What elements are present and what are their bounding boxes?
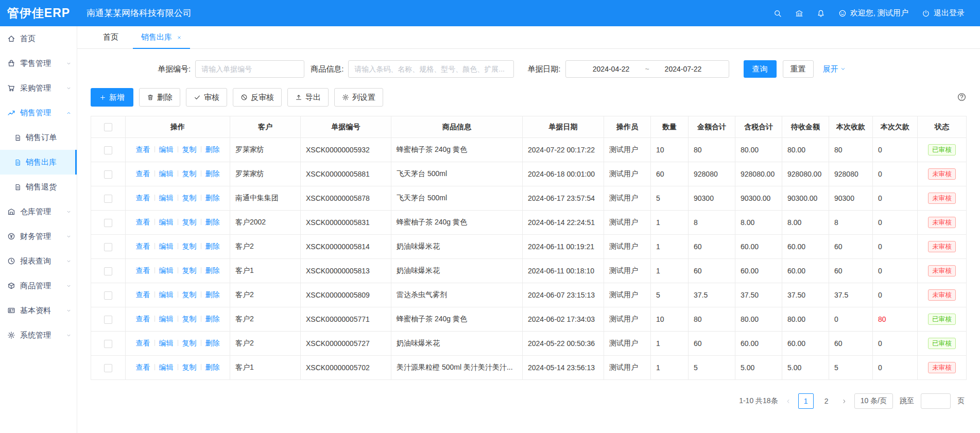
- delete-button[interactable]: 删除: [139, 88, 180, 107]
- row-action-delete[interactable]: 删除: [205, 169, 220, 178]
- row-checkbox[interactable]: [104, 243, 112, 251]
- column-settings-button[interactable]: 列设置: [334, 88, 383, 107]
- doc-no-input[interactable]: [195, 60, 304, 78]
- row-action-copy[interactable]: 复制: [182, 266, 197, 274]
- row-checkbox[interactable]: [104, 364, 112, 372]
- row-action-delete[interactable]: 删除: [205, 218, 220, 226]
- row-action-copy[interactable]: 复制: [182, 339, 197, 347]
- approve-button[interactable]: 审核: [186, 88, 227, 107]
- cell-receivable: 90300.00: [782, 186, 829, 211]
- cell-operator: 测试用户: [604, 307, 651, 332]
- sidebar-item-label: 系统管理: [20, 331, 51, 340]
- row-action-view[interactable]: 查看: [136, 218, 150, 226]
- row-checkbox[interactable]: [104, 267, 112, 275]
- sidebar-item-sales-mgmt[interactable]: 销售管理: [0, 100, 77, 125]
- row-action-edit[interactable]: 编辑: [159, 315, 174, 323]
- query-button[interactable]: 查询: [744, 60, 777, 78]
- row-checkbox[interactable]: [104, 316, 112, 324]
- row-action-view[interactable]: 查看: [136, 363, 150, 371]
- expand-link[interactable]: 展开: [823, 64, 846, 74]
- sidebar-item-system-mgmt[interactable]: 系统管理: [0, 323, 77, 348]
- row-action-delete[interactable]: 删除: [205, 363, 220, 371]
- row-action-view[interactable]: 查看: [136, 266, 150, 274]
- tab-home[interactable]: 首页: [95, 26, 127, 49]
- sidebar-item-retail-mgmt[interactable]: 零售管理: [0, 51, 77, 76]
- jump-input[interactable]: [921, 393, 951, 409]
- row-action-copy[interactable]: 复制: [182, 242, 197, 250]
- sidebar-item-finance-mgmt[interactable]: 财务管理: [0, 224, 77, 249]
- sidebar-item-warehouse-mgmt[interactable]: 仓库管理: [0, 199, 77, 224]
- row-action-edit[interactable]: 编辑: [159, 266, 174, 274]
- row-action-edit[interactable]: 编辑: [159, 339, 174, 347]
- next-page-button[interactable]: [841, 398, 848, 405]
- tab-home-label: 首页: [103, 32, 118, 42]
- tab-close-button[interactable]: [177, 35, 182, 40]
- row-checkbox[interactable]: [104, 340, 112, 348]
- row-action-edit[interactable]: 编辑: [159, 242, 174, 250]
- row-action-view[interactable]: 查看: [136, 169, 150, 178]
- cell-checkbox: [91, 283, 126, 307]
- row-checkbox[interactable]: [104, 146, 112, 154]
- row-action-copy[interactable]: 复制: [182, 145, 197, 153]
- row-action-copy[interactable]: 复制: [182, 363, 197, 371]
- row-action-view[interactable]: 查看: [136, 242, 150, 250]
- row-action-view[interactable]: 查看: [136, 194, 150, 202]
- row-action-edit[interactable]: 编辑: [159, 194, 174, 202]
- row-action-copy[interactable]: 复制: [182, 194, 197, 202]
- sidebar-item-home[interactable]: 首页: [0, 26, 77, 51]
- row-action-view[interactable]: 查看: [136, 315, 150, 323]
- logout-button[interactable]: 退出登录: [922, 8, 965, 18]
- sidebar-item-purchase-mgmt[interactable]: 采购管理: [0, 76, 77, 100]
- row-action-delete[interactable]: 删除: [205, 266, 220, 274]
- sidebar-subitem-sales-outbound[interactable]: 销售出库: [0, 150, 77, 175]
- row-action-delete[interactable]: 删除: [205, 194, 220, 202]
- row-action-delete[interactable]: 删除: [205, 290, 220, 299]
- row-checkbox[interactable]: [104, 195, 112, 203]
- row-action-delete[interactable]: 删除: [205, 242, 220, 250]
- sidebar-item-product-mgmt[interactable]: 商品管理: [0, 273, 77, 298]
- row-action-delete[interactable]: 删除: [205, 339, 220, 347]
- unapprove-button[interactable]: 反审核: [233, 88, 282, 107]
- prev-page-button[interactable]: [785, 398, 792, 405]
- date-from[interactable]: 2024-04-22: [593, 65, 630, 73]
- row-checkbox[interactable]: [104, 219, 112, 227]
- tab-sales-outbound[interactable]: 销售出库: [133, 26, 190, 49]
- row-action-view[interactable]: 查看: [136, 339, 150, 347]
- row-action-edit[interactable]: 编辑: [159, 290, 174, 299]
- cell-payment: 37.5: [829, 283, 873, 307]
- row-checkbox[interactable]: [104, 170, 112, 179]
- row-action-delete[interactable]: 删除: [205, 145, 220, 153]
- cell-actions: 查看编辑复制删除: [126, 332, 230, 356]
- row-action-edit[interactable]: 编辑: [159, 363, 174, 371]
- date-to[interactable]: 2024-07-22: [665, 65, 702, 73]
- product-input[interactable]: [348, 60, 514, 78]
- row-action-view[interactable]: 查看: [136, 290, 150, 299]
- row-action-edit[interactable]: 编辑: [159, 169, 174, 178]
- sidebar-item-report-query[interactable]: 报表查询: [0, 249, 77, 273]
- page-button-1[interactable]: 1: [798, 393, 814, 409]
- row-action-copy[interactable]: 复制: [182, 218, 197, 226]
- row-action-edit[interactable]: 编辑: [159, 218, 174, 226]
- sidebar-subitem-sales-order[interactable]: 销售订单: [0, 125, 77, 150]
- row-action-view[interactable]: 查看: [136, 145, 150, 153]
- help-icon[interactable]: [957, 92, 967, 102]
- row-action-copy[interactable]: 复制: [182, 315, 197, 323]
- row-action-edit[interactable]: 编辑: [159, 145, 174, 153]
- page-size-select[interactable]: 10 条/页: [854, 393, 893, 409]
- row-action-delete[interactable]: 删除: [205, 315, 220, 323]
- sidebar-item-basic-data[interactable]: 基本资料: [0, 298, 77, 323]
- row-action-copy[interactable]: 复制: [182, 290, 197, 299]
- search-icon[interactable]: [773, 9, 782, 18]
- date-range-picker[interactable]: 2024-04-22 ~ 2024-07-22: [565, 60, 729, 78]
- sidebar-subitem-sales-return[interactable]: 销售退货: [0, 175, 77, 199]
- add-button[interactable]: 新增: [91, 88, 133, 107]
- select-all-checkbox[interactable]: [104, 123, 112, 131]
- bank-icon[interactable]: [795, 9, 803, 18]
- export-button[interactable]: 导出: [287, 88, 329, 107]
- row-action-copy[interactable]: 复制: [182, 169, 197, 178]
- row-checkbox[interactable]: [104, 291, 112, 300]
- page-button-2[interactable]: 2: [819, 393, 834, 409]
- reset-button[interactable]: 重置: [783, 60, 814, 78]
- bell-icon[interactable]: [817, 9, 825, 18]
- user-welcome[interactable]: 欢迎您, 测试用户: [838, 8, 908, 18]
